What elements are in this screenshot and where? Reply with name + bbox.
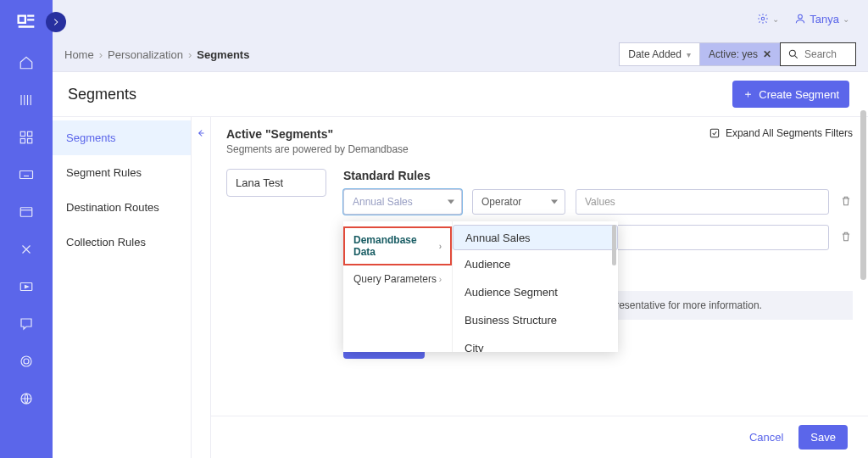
collapse-sidenav-button[interactable] xyxy=(192,117,210,458)
operator-select[interactable]: Operator xyxy=(472,189,565,215)
breadcrumb: Home › Personalization › Segments xyxy=(64,48,249,61)
svg-point-8 xyxy=(24,359,29,364)
user-menu[interactable]: Tanya ⌄ xyxy=(794,13,849,25)
nav-keyboard-icon[interactable] xyxy=(9,158,43,192)
rule-row-1: Annual Sales Operator Values xyxy=(343,189,853,215)
page-scrollbar[interactable] xyxy=(860,110,866,280)
dropdown-option[interactable]: Audience xyxy=(453,250,618,278)
expand-rail-button[interactable] xyxy=(46,12,66,32)
top-bar: ⌄ Tanya ⌄ xyxy=(53,0,868,37)
cancel-button[interactable]: Cancel xyxy=(749,431,783,444)
chevron-down-icon: ⌄ xyxy=(843,14,849,24)
dropdown-category-query-params[interactable]: Query Parameters› xyxy=(343,265,452,293)
sidenav-destination-routes[interactable]: Destination Routes xyxy=(53,190,191,225)
close-icon[interactable]: ✕ xyxy=(763,48,771,60)
nav-home-icon[interactable] xyxy=(9,46,43,80)
segment-list: Lana Test xyxy=(226,169,326,400)
breadcrumb-row: Home › Personalization › Segments Date A… xyxy=(64,42,856,66)
section-subtitle: Segments are powered by Demandbase xyxy=(226,143,409,155)
sidenav-segments[interactable]: Segments xyxy=(53,120,191,155)
chevron-right-icon: › xyxy=(439,242,442,251)
sidenav-collection-rules[interactable]: Collection Rules xyxy=(53,225,191,260)
nav-tools-icon[interactable] xyxy=(9,232,43,266)
side-nav: Segments Segment Rules Destination Route… xyxy=(53,117,192,458)
svg-point-10 xyxy=(762,17,765,20)
create-segment-button[interactable]: ＋ Create Segment xyxy=(732,81,849,108)
svg-rect-13 xyxy=(710,129,718,137)
caret-down-icon xyxy=(448,200,454,204)
dropdown-scrollbar[interactable] xyxy=(612,225,616,265)
svg-point-7 xyxy=(21,356,31,366)
content-panel: Segments ＋ Create Segment Segments Segme… xyxy=(53,71,868,458)
crumb-home[interactable]: Home xyxy=(64,48,94,61)
delete-rule-button[interactable] xyxy=(839,195,853,209)
nav-library-icon[interactable] xyxy=(9,83,43,117)
dropdown-option[interactable]: Audience Segment xyxy=(453,278,618,306)
rules-panel: Standard Rules Annual Sales Operator Val… xyxy=(343,169,853,400)
user-name: Tanya xyxy=(810,13,839,25)
arrow-left-icon xyxy=(195,127,207,139)
rules-title: Standard Rules xyxy=(343,169,853,182)
nav-browser-icon[interactable] xyxy=(9,195,43,229)
svg-rect-4 xyxy=(20,171,33,179)
chevron-down-icon: ⌄ xyxy=(772,14,779,24)
checkbox-icon xyxy=(709,127,721,139)
svg-point-12 xyxy=(789,50,795,56)
plus-icon: ＋ xyxy=(743,87,754,102)
dropdown-category-demandbase[interactable]: Demandbase Data› xyxy=(343,226,452,265)
svg-rect-3 xyxy=(28,139,32,143)
crumb-current: Segments xyxy=(197,48,249,61)
sidenav-segment-rules[interactable]: Segment Rules xyxy=(53,155,191,190)
nav-globe-icon[interactable] xyxy=(9,382,43,416)
expand-all-toggle[interactable]: Expand All Segments Filters xyxy=(709,127,853,139)
dropdown-option[interactable]: City xyxy=(453,334,618,352)
filter-search[interactable] xyxy=(780,42,856,66)
nav-video-icon[interactable] xyxy=(9,270,43,304)
delete-rule-button[interactable] xyxy=(839,231,853,245)
footer-actions: Cancel Save xyxy=(211,416,868,458)
attribute-select[interactable]: Annual Sales xyxy=(343,189,462,215)
svg-rect-1 xyxy=(28,131,32,136)
svg-point-11 xyxy=(798,14,803,19)
caret-down-icon: ▾ xyxy=(687,50,691,59)
svg-rect-0 xyxy=(20,131,25,136)
icon-rail xyxy=(0,0,53,458)
svg-rect-2 xyxy=(20,139,25,143)
gear-icon xyxy=(757,13,769,25)
filter-bar: Date Added ▾ Active: yes ✕ xyxy=(619,42,856,66)
nav-grid-icon[interactable] xyxy=(9,120,43,154)
segment-name[interactable]: Lana Test xyxy=(226,169,326,197)
trash-icon xyxy=(840,231,852,243)
dropdown-option[interactable]: Business Structure xyxy=(453,306,618,334)
logo-icon xyxy=(14,12,38,36)
page-title: Segments xyxy=(68,86,136,103)
settings-menu[interactable]: ⌄ xyxy=(757,13,779,25)
nav-chat-icon[interactable] xyxy=(9,307,43,341)
crumb-mid[interactable]: Personalization xyxy=(108,48,183,61)
user-icon xyxy=(794,13,806,25)
save-button[interactable]: Save xyxy=(798,425,848,450)
filter-active[interactable]: Active: yes ✕ xyxy=(699,42,780,66)
caret-down-icon xyxy=(551,200,558,204)
filter-date-added[interactable]: Date Added ▾ xyxy=(619,42,699,66)
search-icon xyxy=(787,48,799,60)
attribute-dropdown: Demandbase Data› Query Parameters› Annua… xyxy=(343,221,618,352)
nav-target-icon[interactable] xyxy=(9,344,43,378)
trash-icon xyxy=(840,195,852,207)
section-title: Active "Segments" xyxy=(226,127,409,141)
svg-rect-5 xyxy=(20,208,32,217)
dropdown-option[interactable]: Annual Sales xyxy=(453,225,618,250)
values-input[interactable]: Values xyxy=(576,189,829,215)
search-input[interactable] xyxy=(804,48,849,60)
chevron-right-icon: › xyxy=(439,275,442,284)
